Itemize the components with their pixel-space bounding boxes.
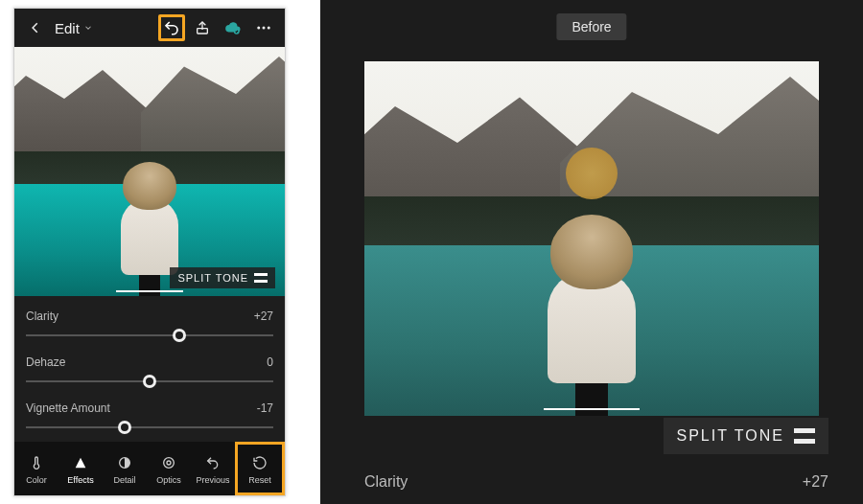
slider-knob[interactable] xyxy=(118,421,131,434)
preview-slider-value: +27 xyxy=(803,473,828,491)
halfcircle-icon xyxy=(115,453,134,472)
tool-reset[interactable]: Reset xyxy=(235,442,285,495)
tool-label: Previous xyxy=(196,475,229,485)
touch-indicator xyxy=(566,148,618,199)
lightroom-mobile-editor: Edit SPLIT TONE Clarity+27Dehaze xyxy=(13,8,286,496)
slider-knob[interactable] xyxy=(173,329,186,342)
panel-chip-split-tone[interactable]: SPLIT TONE xyxy=(664,418,828,454)
panel-chip-label: SPLIT TONE xyxy=(177,272,248,284)
effects-sliders: Clarity+27Dehaze0Vignette Amount-17Midpo… xyxy=(14,296,285,461)
lens-icon xyxy=(159,453,178,472)
tool-optics[interactable]: Optics xyxy=(147,442,191,495)
tool-color[interactable]: Color xyxy=(14,442,58,495)
back-button[interactable] xyxy=(22,14,49,41)
cloud-sync-icon[interactable] xyxy=(220,14,246,41)
slider-label: Clarity xyxy=(26,309,58,323)
preview-slider-head: Clarity +27 xyxy=(364,473,828,491)
share-button[interactable] xyxy=(189,14,216,41)
tool-label: Detail xyxy=(113,475,135,485)
slider-value: 0 xyxy=(267,355,273,369)
triangle-icon xyxy=(71,453,90,472)
before-photo[interactable] xyxy=(364,61,819,416)
panel-chip-split-tone[interactable]: SPLIT TONE xyxy=(170,267,275,288)
tool-label: Optics xyxy=(156,475,181,485)
undo-icon xyxy=(203,453,222,472)
slider-track[interactable] xyxy=(26,421,273,434)
split-tone-icon xyxy=(794,428,815,444)
split-tone-icon xyxy=(254,273,268,283)
mode-label: Edit xyxy=(55,20,80,36)
subject-figure xyxy=(544,215,640,416)
before-badge: Before xyxy=(556,13,626,40)
svg-point-3 xyxy=(263,27,266,30)
photo-preview[interactable]: SPLIT TONE xyxy=(14,47,285,296)
tool-label: Color xyxy=(26,475,47,485)
slider-knob[interactable] xyxy=(143,375,156,388)
tool-detail[interactable]: Detail xyxy=(103,442,147,495)
panel-chip-label: SPLIT TONE xyxy=(677,427,784,445)
slider-value: +27 xyxy=(254,309,273,323)
tool-label: Reset xyxy=(248,475,271,485)
top-bar: Edit xyxy=(14,9,285,47)
tool-effects[interactable]: Effects xyxy=(58,442,103,495)
svg-point-2 xyxy=(257,27,260,30)
slider-clarity: Clarity+27 xyxy=(26,309,273,342)
tool-previous[interactable]: Previous xyxy=(191,442,235,495)
slider-label: Dehaze xyxy=(26,355,65,369)
svg-point-7 xyxy=(167,461,171,465)
svg-point-6 xyxy=(164,457,175,468)
more-button[interactable] xyxy=(250,14,277,41)
tool-bar: ColorEffectsDetailOpticsPreviousReset xyxy=(14,442,285,495)
thermometer-icon xyxy=(27,453,46,472)
slider-vignette-amount: Vignette Amount-17 xyxy=(26,401,273,434)
tool-label: Effects xyxy=(67,475,93,485)
reset-icon xyxy=(250,453,269,472)
slider-track[interactable] xyxy=(26,375,273,388)
slider-value: -17 xyxy=(257,401,273,415)
slider-track[interactable] xyxy=(26,329,273,342)
before-preview-panel: Before SPLIT TONE Clarity +27 xyxy=(320,0,863,504)
svg-point-4 xyxy=(268,27,270,30)
preview-slider-name: Clarity xyxy=(364,473,408,491)
slider-dehaze: Dehaze0 xyxy=(26,355,273,388)
undo-button[interactable] xyxy=(158,14,185,41)
mode-selector[interactable]: Edit xyxy=(55,20,93,36)
slider-label: Vignette Amount xyxy=(26,401,110,415)
